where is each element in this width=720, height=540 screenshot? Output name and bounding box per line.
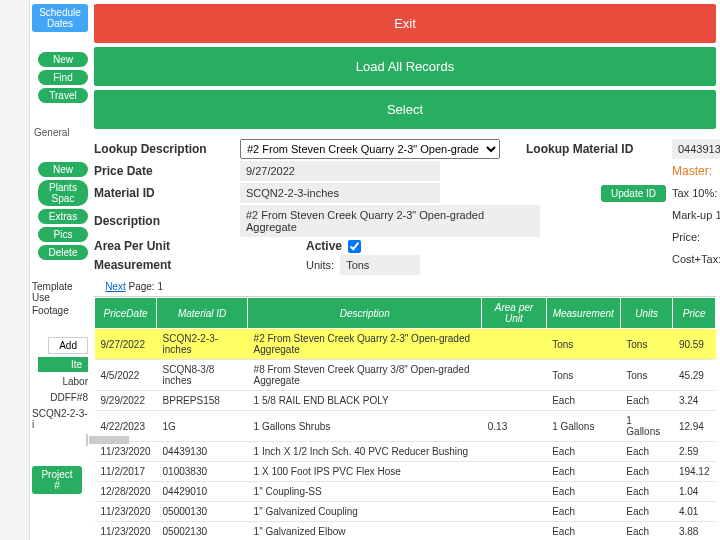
cell <box>482 329 546 360</box>
table-row[interactable]: 11/23/2020044391301 Inch X 1/2 Inch Sch.… <box>95 442 716 462</box>
cell: 9/29/2022 <box>95 391 157 411</box>
cell: Tons <box>546 329 620 360</box>
cell: 1.04 <box>673 482 716 502</box>
cell: 3.88 <box>673 522 716 537</box>
load-all-button[interactable]: Load All Records <box>94 47 716 86</box>
cell: 11/23/2020 <box>95 502 157 522</box>
cell: 90.59 <box>673 329 716 360</box>
active-checkbox[interactable] <box>348 240 361 253</box>
units-value: Tons <box>340 255 420 275</box>
delete-button[interactable]: Delete <box>38 245 88 260</box>
col-units[interactable]: Units <box>620 298 673 329</box>
markup-label: Mark-up 15%: <box>672 209 720 221</box>
next-link[interactable]: Next <box>105 281 126 292</box>
cell: Each <box>620 391 673 411</box>
cell: 05002130 <box>157 522 248 537</box>
col-material-id[interactable]: Material ID <box>157 298 248 329</box>
cell: Each <box>620 482 673 502</box>
cell: Each <box>620 522 673 537</box>
schedule-dates-button[interactable]: Schedule Dates <box>32 4 88 32</box>
cell: Each <box>546 391 620 411</box>
col-price[interactable]: Price <box>673 298 716 329</box>
table-row[interactable]: 9/27/2022SCQN2-2-3-inches#2 From Steven … <box>95 329 716 360</box>
col-area-per-unit[interactable]: Area per Unit <box>482 298 546 329</box>
footage-label: Footage <box>32 304 88 317</box>
table-row[interactable]: 11/23/2020050021301" Galvanized ElbowEac… <box>95 522 716 537</box>
scrollbar-stub[interactable] <box>86 434 88 446</box>
cell: 05000130 <box>157 502 248 522</box>
cell: 9/27/2022 <box>95 329 157 360</box>
cell: 11/23/2020 <box>95 522 157 537</box>
tab-general[interactable]: General <box>32 123 88 142</box>
find-button[interactable]: Find <box>38 70 88 85</box>
template-use-label: Template Use <box>32 280 88 304</box>
cell: Each <box>546 482 620 502</box>
lookup-desc-select[interactable]: #2 From Steven Creek Quarry 2-3" Open-gr… <box>240 139 500 159</box>
tax-label: Tax 10%: <box>672 187 720 199</box>
cell: Each <box>620 462 673 482</box>
cell: Tons <box>620 360 673 391</box>
active-label: Active <box>306 239 342 253</box>
sidebar-group-3: Add Ite Labor DDFF#8 SCQN2-2-3-i <box>32 337 88 446</box>
pics-button[interactable]: Pics <box>38 227 88 242</box>
cell: Tons <box>620 329 673 360</box>
new-button[interactable]: New <box>38 52 88 67</box>
cell: Each <box>620 502 673 522</box>
project-hash-button[interactable]: Project # <box>32 466 82 494</box>
ite-button[interactable]: Ite <box>38 357 88 372</box>
cell <box>482 360 546 391</box>
sidebar-labels: Template Use Footage <box>32 280 88 317</box>
price-date-value: 9/27/2022 <box>240 161 440 181</box>
table-row[interactable]: 12/28/2020044290101" Coupling-SSEachEach… <box>95 482 716 502</box>
new2-button[interactable]: New <box>38 162 88 177</box>
lookup-matid-label: Lookup Material ID <box>526 142 666 156</box>
cell: 1" Galvanized Coupling <box>248 502 482 522</box>
cell: Tons <box>546 360 620 391</box>
table-row[interactable]: 11/23/2020050001301" Galvanized Coupling… <box>95 502 716 522</box>
cell: BPREPS158 <box>157 391 248 411</box>
cell: 3.24 <box>673 391 716 411</box>
table-row[interactable]: 4/22/20231G1 Gallons Shrubs0.131 Gallons… <box>95 411 716 442</box>
cell <box>482 391 546 411</box>
table-row[interactable]: 4/5/2022SCQN8-3/8 inches#8 From Steven C… <box>95 360 716 391</box>
cell: 04429010 <box>157 482 248 502</box>
cell: 1 Inch X 1/2 Inch Sch. 40 PVC Reducer Bu… <box>248 442 482 462</box>
travel-button[interactable]: Travel <box>38 88 88 103</box>
cell: 1 X 100 Foot IPS PVC Flex Hose <box>248 462 482 482</box>
cell: 4/5/2022 <box>95 360 157 391</box>
cell: Each <box>546 502 620 522</box>
lookup-matid-value[interactable]: 04439130 <box>672 139 720 159</box>
scqn-label: SCQN2-2-3-i <box>32 407 88 431</box>
material-id-label: Material ID <box>94 186 234 200</box>
table-row[interactable]: 11/2/2017010038301 X 100 Foot IPS PVC Fl… <box>95 462 716 482</box>
select-button[interactable]: Select <box>94 90 716 129</box>
col-measurement[interactable]: Measurement <box>546 298 620 329</box>
cell: 1" Galvanized Elbow <box>248 522 482 537</box>
description-value: #2 From Steven Creek Quarry 2-3" Open-gr… <box>240 205 540 237</box>
results-table: PriceDateMaterial IDDescriptionArea per … <box>94 297 716 536</box>
cell: Each <box>546 462 620 482</box>
exit-button[interactable]: Exit <box>94 4 716 43</box>
cell: Each <box>546 442 620 462</box>
cell: Each <box>620 442 673 462</box>
cell: 1 Gallons Shrubs <box>248 411 482 442</box>
cell: 12.94 <box>673 411 716 442</box>
material-id-value: SCQN2-2-3-inches <box>240 183 440 203</box>
update-id-button[interactable]: Update ID <box>601 185 666 202</box>
page-label: Page: 1 <box>128 281 162 292</box>
table-row[interactable]: 9/29/2022BPREPS1581 5/8 RAIL END BLACK P… <box>95 391 716 411</box>
lookup-desc-label: Lookup Description <box>94 142 234 156</box>
cell <box>482 482 546 502</box>
cell: 1G <box>157 411 248 442</box>
plants-spac-button[interactable]: Plants Spac <box>38 180 88 206</box>
extras-button[interactable]: Extras <box>38 209 88 224</box>
cell: 1" Coupling-SS <box>248 482 482 502</box>
cell: 01003830 <box>157 462 248 482</box>
cell: 1 Gallons <box>620 411 673 442</box>
cell: 04439130 <box>157 442 248 462</box>
col-description[interactable]: Description <box>248 298 482 329</box>
cell <box>482 522 546 537</box>
col-pricedate[interactable]: PriceDate <box>95 298 157 329</box>
add-button[interactable]: Add <box>48 337 88 354</box>
cell: #8 From Steven Creek Quarry 3/8" Open-gr… <box>248 360 482 391</box>
